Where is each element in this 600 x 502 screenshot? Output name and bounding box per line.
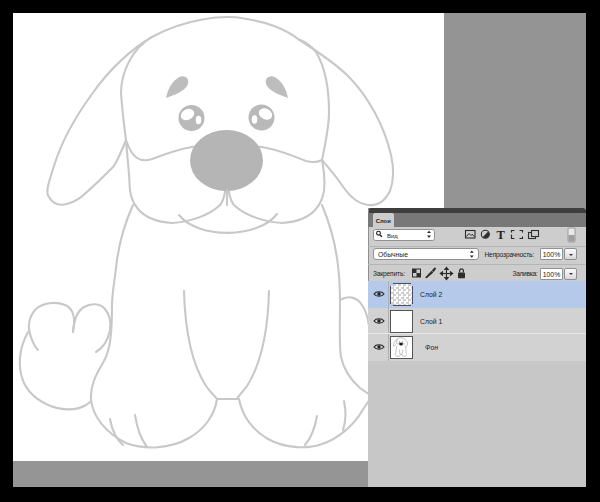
svg-text:T: T bbox=[497, 228, 506, 242]
